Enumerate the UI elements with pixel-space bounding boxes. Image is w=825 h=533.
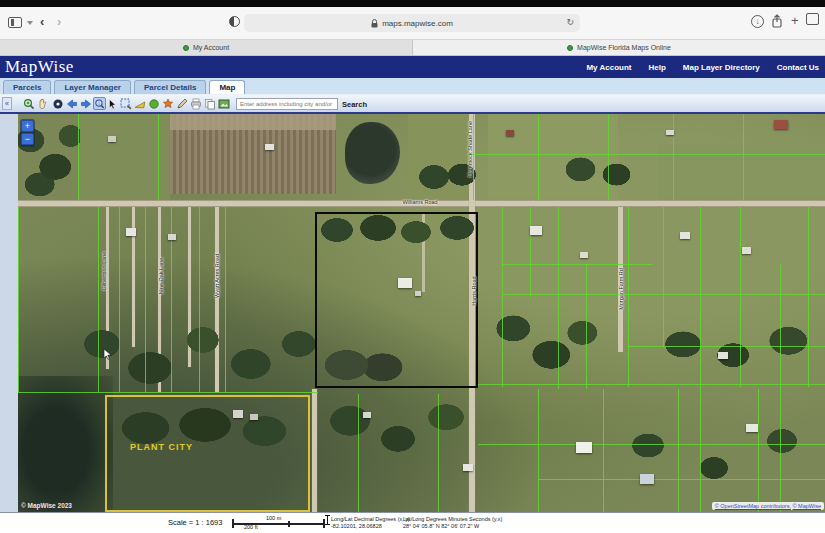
previous-extent-icon[interactable] bbox=[65, 97, 78, 110]
field-patch bbox=[78, 114, 170, 200]
reload-icon[interactable]: ↻ bbox=[566, 17, 574, 27]
text-cursor bbox=[324, 515, 331, 525]
tree-cluster bbox=[618, 414, 818, 504]
scale-bar: 100 m 200 ft bbox=[232, 516, 325, 530]
osm-attribution-link[interactable]: © OpenStreetMap contributors, bbox=[715, 503, 791, 509]
parcel-line bbox=[608, 114, 609, 200]
app-header: MapWise My Account Help Map Layer Direct… bbox=[0, 56, 825, 78]
tab-parcels[interactable]: Parcels bbox=[3, 80, 51, 94]
new-tab-icon[interactable]: + bbox=[791, 13, 799, 28]
field-patch bbox=[170, 114, 336, 130]
coords-dms: Lat/Long Degrees Minutes Seconds (y,x) 2… bbox=[403, 516, 502, 531]
building bbox=[680, 232, 690, 239]
building bbox=[774, 120, 788, 129]
parcel-line bbox=[758, 389, 759, 512]
selected-parcel-outline[interactable] bbox=[315, 212, 478, 388]
tab-label: My Account bbox=[193, 44, 229, 51]
measure-icon[interactable] bbox=[133, 97, 146, 110]
browser-tab-mapwise[interactable]: MapWise Florida Maps Online bbox=[413, 40, 825, 55]
zoom-box-icon[interactable] bbox=[119, 97, 132, 110]
copy-icon[interactable] bbox=[203, 97, 216, 110]
zoom-in-icon[interactable] bbox=[22, 97, 35, 110]
map-canvas[interactable]: PLANT CITY Williams Road Gilbertson Lane… bbox=[18, 114, 825, 512]
lock-icon bbox=[371, 19, 378, 28]
zoom-in-button[interactable]: + bbox=[21, 120, 34, 132]
parcel-line bbox=[678, 389, 679, 512]
pointer-icon[interactable] bbox=[105, 97, 118, 110]
parcel-line bbox=[502, 207, 503, 387]
full-extent-icon[interactable] bbox=[51, 97, 64, 110]
parcel-line bbox=[558, 207, 559, 389]
export-image-icon[interactable] bbox=[217, 97, 230, 110]
parcel-line bbox=[538, 479, 825, 480]
parcel-line bbox=[700, 207, 701, 512]
back-icon[interactable]: ‹ bbox=[40, 14, 44, 29]
map-watermark: © MapWise 2023 bbox=[21, 502, 72, 509]
building bbox=[463, 464, 473, 471]
scale-metric-label: 100 m bbox=[266, 515, 281, 521]
header-nav: My Account Help Map Layer Directory Cont… bbox=[586, 63, 819, 72]
map-toolbar: « i Search bbox=[0, 95, 825, 114]
print-icon[interactable] bbox=[189, 97, 202, 110]
parcel-line bbox=[473, 114, 474, 200]
browser-tab-my-account[interactable]: My Account bbox=[0, 40, 413, 55]
city-label: PLANT CITY bbox=[130, 442, 193, 452]
road-label-harris: Harris Road bbox=[471, 251, 477, 331]
building bbox=[640, 474, 654, 484]
buffer-icon[interactable] bbox=[161, 97, 174, 110]
address-search-input[interactable] bbox=[236, 98, 338, 110]
parcel-line bbox=[673, 114, 674, 200]
nav-help[interactable]: Help bbox=[649, 63, 666, 72]
coords-decimal-label: Long/Lat Decimal Degrees (x, y) bbox=[331, 516, 410, 523]
parcel-line bbox=[438, 394, 439, 512]
address-bar[interactable]: maps.mapwise.com ↻ bbox=[244, 14, 580, 32]
building bbox=[108, 136, 116, 142]
tree-cluster bbox=[78, 312, 318, 392]
parcel-line bbox=[628, 346, 825, 347]
site-tab-bar: Parcels Layer Manager Parcel Details Map bbox=[0, 78, 825, 95]
mouse-cursor bbox=[103, 346, 112, 364]
building bbox=[718, 352, 728, 359]
parcel-line bbox=[98, 207, 99, 392]
download-icon[interactable]: ↓ bbox=[751, 15, 764, 28]
share-icon[interactable] bbox=[771, 14, 783, 28]
mapwise-attribution-link[interactable]: © MapWise bbox=[792, 503, 821, 509]
favicon bbox=[567, 45, 573, 51]
sidebar-icon[interactable] bbox=[8, 17, 22, 28]
forward-icon[interactable]: › bbox=[57, 14, 61, 29]
road-label-morgan: Morgan Farm Rd bbox=[618, 249, 624, 329]
building bbox=[126, 228, 136, 236]
tab-parcel-details[interactable]: Parcel Details bbox=[134, 80, 206, 94]
pond bbox=[345, 122, 400, 184]
toolbar-collapse-button[interactable]: « bbox=[2, 97, 12, 110]
chevron-down-icon[interactable] bbox=[26, 20, 34, 26]
status-bar: Scale = 1 : 1693 100 m 200 ft Long/Lat D… bbox=[0, 512, 825, 533]
draw-icon[interactable] bbox=[147, 97, 160, 110]
wetland bbox=[18, 376, 113, 512]
coords-decimal-value: -82.10201, 28.06828 bbox=[331, 523, 410, 530]
parcel-line bbox=[158, 114, 159, 200]
road-label-nine-oak: Nine Oak Lane bbox=[158, 236, 164, 316]
road-label-wyatt-acres: Wyatt Acres Road bbox=[214, 236, 220, 316]
pan-icon[interactable] bbox=[36, 97, 49, 110]
search-button[interactable]: Search bbox=[342, 97, 367, 111]
zoom-out-button[interactable]: − bbox=[21, 133, 34, 145]
tab-overview-icon[interactable] bbox=[808, 15, 819, 25]
building bbox=[576, 442, 592, 453]
nav-contact-us[interactable]: Contact Us bbox=[777, 63, 819, 72]
markup-icon[interactable] bbox=[175, 97, 188, 110]
building bbox=[265, 144, 274, 150]
next-extent-icon[interactable] bbox=[79, 97, 92, 110]
nav-map-layer-directory[interactable]: Map Layer Directory bbox=[683, 63, 760, 72]
parcel-line bbox=[603, 389, 604, 512]
parcel-line bbox=[18, 392, 318, 393]
building bbox=[363, 412, 371, 418]
nav-my-account[interactable]: My Account bbox=[586, 63, 631, 72]
tab-map[interactable]: Map bbox=[209, 80, 245, 94]
coords-decimal: Long/Lat Decimal Degrees (x, y) -82.1020… bbox=[331, 516, 410, 531]
privacy-shield-icon[interactable] bbox=[229, 16, 240, 27]
field-patch bbox=[658, 144, 825, 200]
tab-layer-manager[interactable]: Layer Manager bbox=[54, 80, 130, 94]
parcel-line bbox=[740, 207, 741, 387]
favicon bbox=[183, 45, 189, 51]
